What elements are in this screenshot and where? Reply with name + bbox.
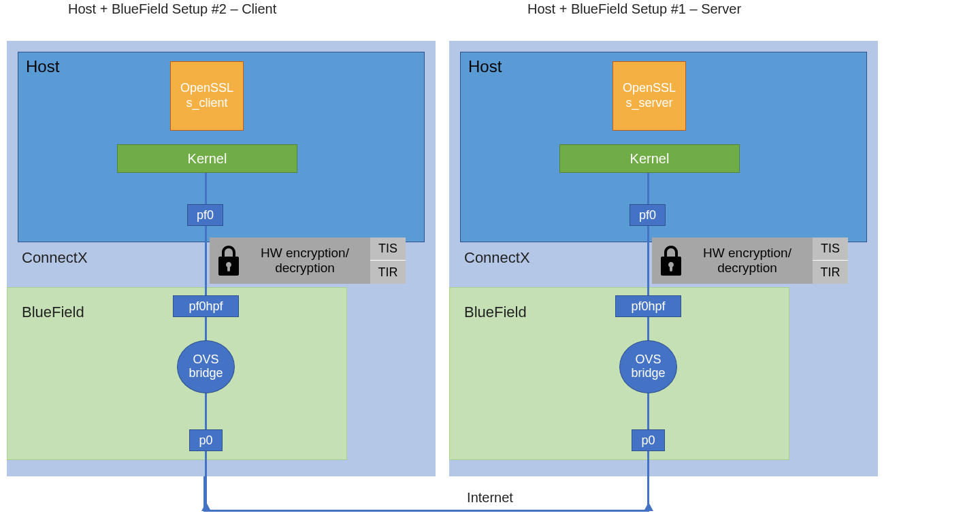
link-kernel-pf0 bbox=[205, 173, 207, 206]
link-pf0-pf0hpf bbox=[205, 226, 207, 298]
link-kernel-pf0 bbox=[647, 173, 649, 206]
bluefield-label: BlueField bbox=[22, 304, 84, 321]
kernel-box: Kernel bbox=[559, 144, 740, 173]
setup-client: Host OpenSSL s_client Kernel pf0 Connect… bbox=[7, 41, 436, 476]
link-pf0-pf0hpf bbox=[647, 226, 649, 298]
link-ovs-p0 bbox=[647, 392, 649, 431]
port-pf0hpf: pf0hpf bbox=[173, 295, 239, 317]
hw-line1: HW encryption/ bbox=[261, 246, 349, 260]
title-server: Host + BlueField Setup #1 – Server bbox=[527, 1, 741, 17]
hw-line2: decryption bbox=[275, 261, 335, 275]
ovs-label-top: OVS bbox=[193, 353, 218, 367]
diagram-canvas: Host + BlueField Setup #2 – Client Host … bbox=[0, 0, 980, 524]
connectx-label: ConnectX bbox=[22, 249, 88, 267]
openssl-label: OpenSSL bbox=[180, 81, 233, 96]
internet-up-right bbox=[647, 476, 649, 512]
hw-line1: HW encryption/ bbox=[703, 246, 791, 260]
openssl-server-box: OpenSSL s_server bbox=[612, 61, 686, 131]
ovs-label-top: OVS bbox=[635, 353, 661, 367]
hw-line2: decryption bbox=[717, 261, 777, 275]
port-pf0: pf0 bbox=[187, 204, 223, 226]
link-pf0hpf-ovs bbox=[205, 316, 207, 342]
ovs-bridge: OVS bridge bbox=[619, 340, 677, 393]
openssl-label: OpenSSL bbox=[623, 81, 676, 96]
link-ovs-p0 bbox=[205, 392, 207, 431]
ovs-bridge: OVS bridge bbox=[177, 340, 235, 393]
ovs-label-bottom: bridge bbox=[189, 367, 223, 380]
ovs-label-bottom: bridge bbox=[631, 367, 665, 380]
tis-box: TIS bbox=[370, 238, 406, 261]
lock-icon bbox=[216, 246, 241, 276]
tir-box: TIR bbox=[813, 261, 848, 284]
bluefield-label: BlueField bbox=[464, 304, 527, 321]
hw-encryption-box: HW encryption/ decryption TIS TIR bbox=[210, 238, 407, 284]
port-pf0hpf: pf0hpf bbox=[615, 295, 681, 317]
connectx-label: ConnectX bbox=[464, 249, 530, 267]
port-p0: p0 bbox=[632, 429, 665, 451]
title-client: Host + BlueField Setup #2 – Client bbox=[68, 1, 276, 17]
tir-box: TIR bbox=[370, 261, 406, 284]
port-pf0: pf0 bbox=[630, 204, 666, 226]
internet-link bbox=[206, 510, 647, 512]
openssl-mode-label: s_client bbox=[186, 96, 227, 111]
internet-up-left bbox=[203, 476, 206, 512]
openssl-client-box: OpenSSL s_client bbox=[170, 61, 244, 131]
host-label: Host bbox=[26, 57, 59, 76]
internet-label: Internet bbox=[422, 490, 558, 506]
port-p0: p0 bbox=[189, 429, 223, 451]
link-pf0hpf-ovs bbox=[647, 316, 649, 342]
setup-server: Host OpenSSL s_server Kernel pf0 Connect… bbox=[449, 41, 878, 476]
hw-encryption-box: HW encryption/ decryption TIS TIR bbox=[652, 238, 849, 284]
lock-icon bbox=[659, 246, 683, 276]
kernel-box: Kernel bbox=[117, 144, 297, 173]
openssl-mode-label: s_server bbox=[625, 96, 672, 111]
host-label: Host bbox=[468, 57, 502, 76]
tis-box: TIS bbox=[813, 238, 848, 261]
